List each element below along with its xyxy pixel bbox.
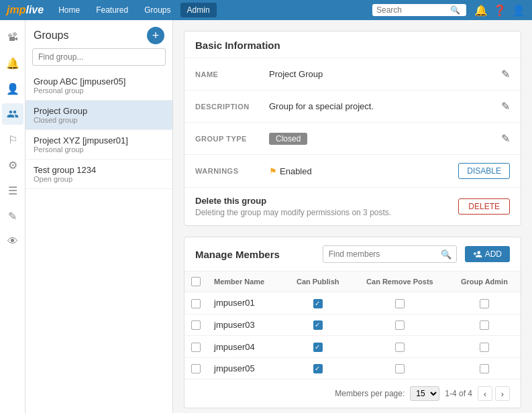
find-members-input[interactable] xyxy=(323,245,457,263)
members-header: Manage Members 🔍 ADD xyxy=(184,237,521,272)
delete-title: Delete this group xyxy=(195,196,447,206)
group-admin-2[interactable] xyxy=(480,320,489,330)
members-table: Member Name Can Publish Can Remove Posts… xyxy=(184,272,521,379)
member-name-3: jmpuser04 xyxy=(207,336,284,358)
group-admin-1[interactable] xyxy=(480,299,489,308)
group-type-value: Closed xyxy=(269,133,496,143)
description-label: DESCRIPTION xyxy=(195,103,269,111)
can-remove-3[interactable] xyxy=(395,343,405,352)
can-publish-4[interactable] xyxy=(313,364,323,373)
description-edit-icon[interactable]: ✎ xyxy=(501,100,510,113)
warnings-value: Enabled xyxy=(280,166,312,176)
members-title: Manage Members xyxy=(195,249,315,260)
name-value: Project Group xyxy=(269,69,496,79)
sidebar-gear-icon[interactable]: ⚙ xyxy=(2,154,23,176)
group-item-xyz[interactable]: Project XYZ [jmpuser01] Personal group xyxy=(25,130,172,160)
warnings-label: WARNINGS xyxy=(195,167,269,175)
app-logo: jmplive xyxy=(7,4,44,16)
description-value: Group for a special project. xyxy=(269,101,496,111)
group-admin-4[interactable] xyxy=(480,364,489,373)
notification-icon[interactable]: 🔔 xyxy=(474,4,488,17)
member-name-1: jmpuser01 xyxy=(207,292,284,314)
select-all-checkbox[interactable] xyxy=(191,277,201,286)
delete-section: Delete this group Deleting the group may… xyxy=(184,188,521,225)
warning-icon: ⚑ xyxy=(269,166,277,176)
delete-desc: Deleting the group may modify permission… xyxy=(195,208,447,217)
sidebar-users-icon[interactable] xyxy=(2,103,23,125)
nav-home[interactable]: Home xyxy=(52,3,87,17)
group-list: Group ABC [jmpuser05] Personal group Pro… xyxy=(25,71,172,413)
row-checkbox-4[interactable] xyxy=(191,364,201,373)
group-item-project[interactable]: Project Group Closed group xyxy=(25,101,172,130)
search-icon: 🔍 xyxy=(450,5,460,15)
next-page-button[interactable]: › xyxy=(495,386,510,401)
sidebar-bell-icon[interactable]: 🔔 xyxy=(2,52,23,74)
name-label: NAME xyxy=(195,70,269,78)
can-publish-1[interactable] xyxy=(313,299,323,308)
manage-members-card: Manage Members 🔍 ADD Member Name xyxy=(184,237,521,408)
table-row: jmpuser03 xyxy=(184,314,521,336)
sidebar-eye-icon[interactable]: 👁 xyxy=(2,231,23,252)
group-item-abc[interactable]: Group ABC [jmpuser05] Personal group xyxy=(25,71,172,101)
disable-button[interactable]: DISABLE xyxy=(458,163,510,179)
sidebar-monitor-icon[interactable]: 📽 xyxy=(2,27,23,48)
warnings-row: WARNINGS ⚑ Enabled DISABLE xyxy=(184,155,521,188)
row-checkbox-2[interactable] xyxy=(191,320,201,330)
search-input[interactable] xyxy=(376,5,450,15)
row-checkbox-3[interactable] xyxy=(191,343,201,352)
can-remove-4[interactable] xyxy=(395,364,405,373)
groups-panel: Groups + Group ABC [jmpuser05] Personal … xyxy=(25,20,173,413)
sidebar-list-icon[interactable]: ☰ xyxy=(2,180,23,201)
avatar-icon[interactable]: 👤 xyxy=(512,4,525,17)
basic-info-title: Basic Information xyxy=(184,32,521,58)
table-row: jmpuser05 xyxy=(184,357,521,379)
header-group-admin: Group Admin xyxy=(448,272,521,292)
sidebar-chart-icon[interactable]: ✎ xyxy=(2,205,23,227)
prev-page-button[interactable]: ‹ xyxy=(478,386,492,401)
icon-sidebar: 📽 🔔 👤 ⚐ ⚙ ☰ ✎ 👁 xyxy=(0,20,25,413)
pagination-nav: ‹ › xyxy=(478,386,510,401)
name-edit-icon[interactable]: ✎ xyxy=(501,68,510,80)
page-title: Groups xyxy=(34,30,68,42)
delete-button[interactable]: DELETE xyxy=(458,198,510,215)
basic-info-card: Basic Information NAME Project Group ✎ D… xyxy=(184,31,521,226)
table-header-row: Member Name Can Publish Can Remove Posts… xyxy=(184,272,521,292)
header-can-remove: Can Remove Posts xyxy=(352,272,448,292)
find-group-input[interactable] xyxy=(32,48,166,66)
find-members-search-icon: 🔍 xyxy=(441,249,451,259)
group-type-badge: Closed xyxy=(269,133,307,145)
per-page-label: Members per page: xyxy=(335,389,405,398)
table-row: jmpuser01 xyxy=(184,292,521,314)
nav-groups[interactable]: Groups xyxy=(138,3,177,17)
header-member-name: Member Name xyxy=(207,272,284,292)
group-item-test[interactable]: Test group 1234 Open group xyxy=(25,160,172,189)
top-nav: jmplive Home Featured Groups Admin 🔍 🔔 ❓… xyxy=(0,0,532,20)
per-page-select[interactable]: 15 25 50 xyxy=(410,386,439,401)
nav-admin[interactable]: Admin xyxy=(180,3,217,17)
name-row: NAME Project Group ✎ xyxy=(184,58,521,91)
can-publish-2[interactable] xyxy=(313,320,323,330)
group-type-edit-icon[interactable]: ✎ xyxy=(501,132,510,145)
can-remove-2[interactable] xyxy=(395,320,405,330)
table-row: jmpuser04 xyxy=(184,336,521,358)
can-publish-3[interactable] xyxy=(313,343,323,352)
header-checkbox xyxy=(184,272,207,292)
add-group-button[interactable]: + xyxy=(147,27,164,44)
row-checkbox-1[interactable] xyxy=(191,299,201,308)
sidebar-user-icon[interactable]: 👤 xyxy=(2,78,23,99)
main-content: Basic Information NAME Project Group ✎ D… xyxy=(173,20,532,413)
sidebar-flag-icon[interactable]: ⚐ xyxy=(2,129,23,150)
header-can-publish: Can Publish xyxy=(284,272,351,292)
can-remove-1[interactable] xyxy=(395,299,405,308)
help-icon[interactable]: ❓ xyxy=(493,4,507,17)
group-type-row: GROUP TYPE Closed ✎ xyxy=(184,123,521,155)
member-name-4: jmpuser05 xyxy=(207,357,284,379)
nav-featured[interactable]: Featured xyxy=(89,3,135,17)
description-row: DESCRIPTION Group for a special project.… xyxy=(184,91,521,123)
group-admin-3[interactable] xyxy=(480,343,489,352)
pagination-info: 1-4 of 4 xyxy=(445,389,472,398)
group-type-label: GROUP TYPE xyxy=(195,135,269,143)
add-member-button[interactable]: ADD xyxy=(465,246,510,262)
members-footer: Members per page: 15 25 50 1-4 of 4 ‹ › xyxy=(184,379,521,408)
member-name-2: jmpuser03 xyxy=(207,314,284,336)
